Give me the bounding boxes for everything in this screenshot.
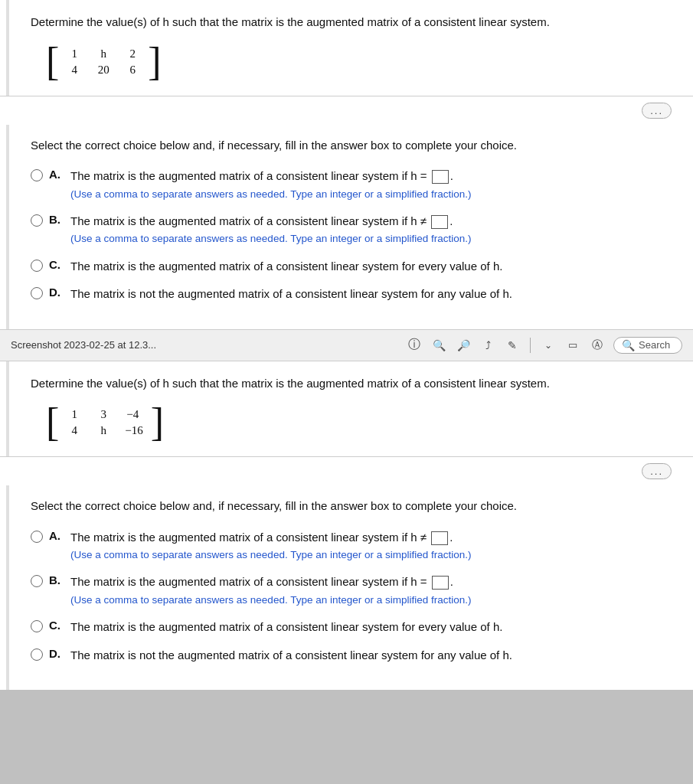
choice-row-A-q2: A. The matrix is the augmented matrix of… <box>31 529 672 564</box>
bracket-left-q2: [ <box>46 403 59 443</box>
radio-B-q2[interactable] <box>31 575 43 587</box>
matrix-row-2-q2: 4 h −16 <box>67 424 142 437</box>
cell-1-2-q1: h <box>96 47 111 60</box>
matrix-row-2-q1: 4 20 6 <box>67 64 140 77</box>
radio-A-q1[interactable] <box>31 169 43 181</box>
question1-text: Determine the value(s) of h such that th… <box>31 14 672 31</box>
label-A-q2: A. <box>49 529 64 542</box>
more-btn-row-q2: ... <box>0 456 693 485</box>
answer-section-q1: Select the correct choice below and, if … <box>6 125 693 329</box>
edit-icon[interactable]: ✎ <box>504 337 521 354</box>
info-icon[interactable]: ⓘ <box>406 337 423 354</box>
content-B-q2: The matrix is the augmented matrix of a … <box>70 573 472 608</box>
choice-A-text-q2: The matrix is the augmented matrix of a … <box>70 531 453 544</box>
choice-row-D-q1: D. The matrix is not the augmented matri… <box>31 286 672 303</box>
matrix-row-1-q1: 1 h 2 <box>67 47 140 60</box>
instruction-q2: Select the correct choice below and, if … <box>31 498 672 515</box>
choice-row-B-q2: B. The matrix is the augmented matrix of… <box>31 573 672 608</box>
choice-row-C-q2: C. The matrix is the augmented matrix of… <box>31 619 672 636</box>
hint-B-q1: (Use a comma to separate answers as need… <box>70 231 472 247</box>
radio-B-q1[interactable] <box>31 214 43 227</box>
choice-row-D-q2: D. The matrix is not the augmented matri… <box>31 647 672 665</box>
label-C-q1: C. <box>49 258 64 271</box>
content-A-q1: The matrix is the augmented matrix of a … <box>70 168 472 202</box>
matrix-rows-q2: 1 3 −4 4 h −16 <box>59 405 150 440</box>
choice-row-B-q1: B. The matrix is the augmented matrix of… <box>31 213 672 247</box>
content-A-q2: The matrix is the augmented matrix of a … <box>70 529 472 564</box>
choice-B-text-q2: The matrix is the augmented matrix of a … <box>70 575 453 588</box>
radio-D-q1[interactable] <box>31 287 43 299</box>
hint-A-q1: (Use a comma to separate answers as need… <box>70 187 472 202</box>
question1-matrix: [ 1 h 2 4 20 6 ] <box>46 42 162 82</box>
cell-2-1-q1: 4 <box>67 64 82 77</box>
radio-C-q1[interactable] <box>31 260 43 272</box>
bracket-left-q1: [ <box>46 42 59 82</box>
copy-icon[interactable]: ▭ <box>564 337 581 354</box>
label-D-q2: D. <box>49 647 64 660</box>
question2-text: Determine the value(s) of h such that th… <box>31 375 672 393</box>
content-D-q1: The matrix is not the augmented matrix o… <box>70 286 512 303</box>
answer-box-A-q2[interactable] <box>431 531 448 545</box>
label-A-q1: A. <box>49 168 64 181</box>
matrix-bracket-q1: [ 1 h 2 4 20 6 ] <box>46 42 162 82</box>
cell-1-3-q1: 2 <box>125 47 140 60</box>
choice-C-text-q1: The matrix is the augmented matrix of a … <box>70 260 502 273</box>
label-B-q1: B. <box>49 213 64 226</box>
toolbar-filename: Screenshot 2023-02-25 at 12.3... <box>11 339 398 351</box>
more-btn-row-q1: ... <box>0 96 693 125</box>
radio-C-q2[interactable] <box>31 620 43 632</box>
zoom-out-icon[interactable]: 🔍 <box>430 337 447 354</box>
radio-A-q2[interactable] <box>31 531 43 543</box>
choice-B-text-q1: The matrix is the augmented matrix of a … <box>70 214 453 227</box>
more-button-q1[interactable]: ... <box>642 103 672 119</box>
search-box[interactable]: 🔍 Search <box>613 337 682 354</box>
content-B-q1: The matrix is the augmented matrix of a … <box>70 213 472 247</box>
label-C-q2: C. <box>49 619 64 632</box>
bracket-right-q1: ] <box>148 42 161 82</box>
hint-B-q2: (Use a comma to separate answers as need… <box>70 593 472 608</box>
answer-box-B-q2[interactable] <box>432 576 449 590</box>
cell-1-2-q2: 3 <box>96 408 111 421</box>
label-D-q1: D. <box>49 286 64 299</box>
share-icon[interactable]: ⤴ <box>479 337 496 354</box>
separator-1 <box>530 338 531 353</box>
matrix-rows-q1: 1 h 2 4 20 6 <box>59 44 148 80</box>
choice-row-A-q1: A. The matrix is the augmented matrix of… <box>31 168 672 202</box>
content-C-q2: The matrix is the augmented matrix of a … <box>70 619 502 636</box>
choice-D-text-q2: The matrix is not the augmented matrix o… <box>70 648 512 662</box>
bracket-right-q2: ] <box>151 403 164 443</box>
cell-1-1-q2: 1 <box>67 408 82 421</box>
question2-matrix: [ 1 3 −4 4 h −16 ] <box>46 403 164 443</box>
zoom-in-icon[interactable]: 🔎 <box>455 337 472 354</box>
cell-1-1-q1: 1 <box>67 47 82 60</box>
answer-box-A-q1[interactable] <box>432 170 449 184</box>
answer-section-q2: Select the correct choice below and, if … <box>6 485 693 690</box>
instruction-q1: Select the correct choice below and, if … <box>31 137 672 155</box>
main-content: Determine the value(s) of h such that th… <box>0 0 693 690</box>
content-D-q2: The matrix is not the augmented matrix o… <box>70 647 512 665</box>
cell-1-3-q2: −4 <box>125 408 140 421</box>
browser-toolbar: Screenshot 2023-02-25 at 12.3... ⓘ 🔍 🔎 ⤴… <box>0 329 693 361</box>
choice-D-text-q1: The matrix is not the augmented matrix o… <box>70 287 512 300</box>
search-label: Search <box>639 339 670 351</box>
cell-2-2-q1: 20 <box>96 64 111 77</box>
more-button-q2[interactable]: ... <box>642 463 672 479</box>
choice-row-C-q1: C. The matrix is the augmented matrix of… <box>31 258 672 276</box>
cell-2-3-q2: −16 <box>125 424 142 437</box>
chevron-down-icon[interactable]: ⌄ <box>540 337 557 354</box>
question1-block: Determine the value(s) of h such that th… <box>6 0 693 96</box>
radio-D-q2[interactable] <box>31 648 43 661</box>
cell-2-1-q2: 4 <box>67 424 82 437</box>
answer-box-B-q1[interactable] <box>431 215 448 229</box>
choice-A-text-q1: The matrix is the augmented matrix of a … <box>70 169 453 182</box>
choice-C-text-q2: The matrix is the augmented matrix of a … <box>70 620 502 633</box>
matrix-bracket-q2: [ 1 3 −4 4 h −16 ] <box>46 403 164 443</box>
search-icon: 🔍 <box>622 339 635 351</box>
cell-2-3-q1: 6 <box>125 64 140 77</box>
content-C-q1: The matrix is the augmented matrix of a … <box>70 258 502 276</box>
cell-2-2-q2: h <box>96 424 111 437</box>
hint-A-q2: (Use a comma to separate answers as need… <box>70 547 472 563</box>
accessibility-icon[interactable]: Ⓐ <box>589 337 606 354</box>
matrix-row-1-q2: 1 3 −4 <box>67 408 142 421</box>
question2-block: Determine the value(s) of h such that th… <box>6 361 693 457</box>
